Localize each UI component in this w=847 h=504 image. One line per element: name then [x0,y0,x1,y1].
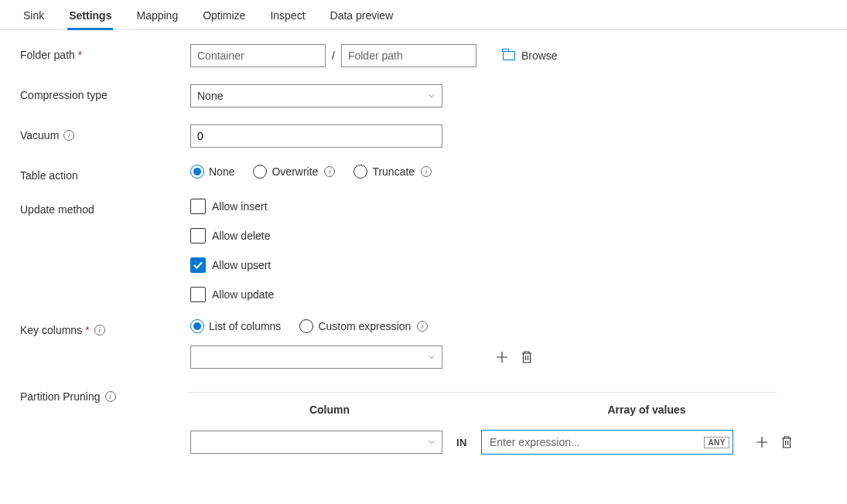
in-operator-label: IN [456,437,467,448]
column-header: Column [190,404,469,416]
vacuum-label: Vacuum [20,124,190,141]
array-values-header: Array of values [515,404,778,416]
compression-label: Compression type [20,84,190,101]
info-icon[interactable] [417,321,428,332]
folder-path-label: Folder path * [20,44,190,61]
browse-label: Browse [521,49,558,62]
chevron-down-icon [428,353,435,361]
chevron-down-icon [428,438,435,446]
allow-delete-checkbox[interactable]: Allow delete [190,228,827,243]
browse-button[interactable]: Browse [503,49,558,62]
pruning-column-select[interactable] [190,431,442,454]
radio-icon [190,319,204,333]
info-icon[interactable] [94,325,105,335]
allow-insert-checkbox[interactable]: Allow insert [190,199,827,214]
tab-optimize[interactable]: Optimize [201,3,247,29]
tab-mapping[interactable]: Mapping [135,3,179,29]
tab-data-preview[interactable]: Data preview [329,3,395,29]
key-column-select[interactable] [190,346,442,369]
add-pruning-row-button[interactable] [755,435,769,449]
radio-icon [353,165,367,179]
expression-placeholder: Enter expression... [490,436,580,448]
expression-input[interactable]: Enter expression... ANY [481,430,733,455]
key-columns-custom-radio[interactable]: Custom expression [299,319,428,333]
radio-icon [299,319,313,333]
info-icon[interactable] [421,166,432,177]
info-icon[interactable] [105,391,116,402]
tab-inspect[interactable]: Inspect [268,3,306,29]
key-columns-list-radio[interactable]: List of columns [190,319,281,333]
tab-sink[interactable]: Sink [22,3,46,29]
key-columns-label: Key columns * [20,319,190,336]
allow-update-checkbox[interactable]: Allow update [190,287,827,302]
radio-icon [190,165,204,179]
tab-bar: Sink Settings Mapping Optimize Inspect D… [0,0,847,30]
delete-pruning-row-button[interactable] [780,435,794,449]
delete-key-column-button[interactable] [520,350,534,364]
radio-icon [253,165,267,179]
compression-value: None [197,90,223,102]
container-input[interactable] [190,44,326,67]
partition-pruning-label: Partition Pruning [20,386,190,403]
table-action-overwrite-radio[interactable]: Overwrite [253,165,335,179]
path-separator: / [332,49,335,62]
vacuum-input[interactable] [190,124,442,148]
any-badge: ANY [704,437,729,448]
allow-upsert-checkbox[interactable]: Allow upsert [190,257,827,273]
compression-select[interactable]: None [190,84,442,107]
update-method-label: Update method [20,199,190,216]
folder-path-input[interactable] [341,44,476,67]
table-action-label: Table action [20,165,190,182]
table-action-truncate-radio[interactable]: Truncate [353,165,432,179]
info-icon[interactable] [324,166,335,177]
folder-icon [503,51,515,60]
tab-settings[interactable]: Settings [67,3,113,29]
add-key-column-button[interactable] [495,350,509,364]
table-action-none-radio[interactable]: None [190,165,234,179]
info-icon[interactable] [63,130,74,141]
chevron-down-icon [428,92,435,100]
